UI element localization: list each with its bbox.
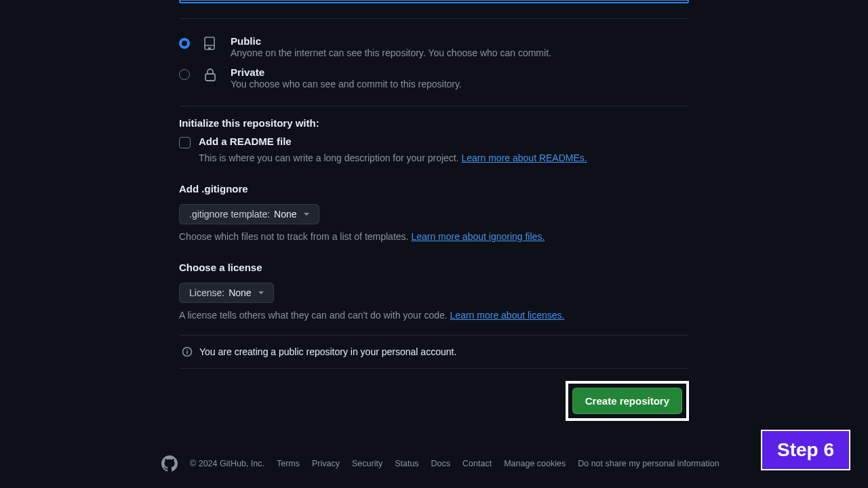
visibility-public-option[interactable]: Public Anyone on the internet can see th… bbox=[179, 31, 689, 62]
visibility-group: Public Anyone on the internet can see th… bbox=[179, 19, 689, 106]
info-banner: You are creating a public repository in … bbox=[179, 335, 689, 369]
step-badge: Step 6 bbox=[761, 430, 850, 470]
readme-checkbox[interactable] bbox=[179, 137, 191, 148]
footer-link-privacy[interactable]: Privacy bbox=[312, 459, 340, 468]
footer-link-security[interactable]: Security bbox=[352, 459, 382, 468]
info-icon bbox=[182, 346, 193, 357]
visibility-private-option[interactable]: Private You choose who can see and commi… bbox=[179, 62, 689, 94]
create-repository-button[interactable]: Create repository bbox=[572, 388, 682, 414]
gitignore-dropdown[interactable]: .gitignore template: None bbox=[179, 204, 319, 224]
readme-learn-link[interactable]: Learn more about READMEs. bbox=[462, 152, 587, 163]
gitignore-desc: Choose which files not to track from a l… bbox=[179, 230, 689, 244]
footer-copyright: © 2024 GitHub, Inc. bbox=[190, 459, 264, 468]
init-heading: Initialize this repository with: bbox=[179, 117, 689, 129]
license-learn-link[interactable]: Learn more about licenses. bbox=[450, 310, 565, 321]
gitignore-heading: Add .gitignore bbox=[179, 183, 689, 195]
gitignore-learn-link[interactable]: Learn more about ignoring files. bbox=[411, 231, 545, 242]
chevron-down-icon bbox=[258, 291, 264, 294]
footer-link-contact[interactable]: Contact bbox=[462, 459, 492, 468]
public-title: Public bbox=[231, 35, 551, 47]
private-desc: You choose who can see and commit to thi… bbox=[231, 79, 462, 89]
repo-name-input-outline[interactable] bbox=[179, 0, 689, 3]
lock-icon bbox=[202, 66, 218, 83]
chevron-down-icon bbox=[304, 213, 309, 216]
divider bbox=[179, 106, 689, 106]
readme-desc: This is where you can write a long descr… bbox=[199, 151, 689, 165]
footer-link-cookies[interactable]: Manage cookies bbox=[504, 459, 566, 468]
footer-link-status[interactable]: Status bbox=[395, 459, 418, 468]
github-logo-icon bbox=[161, 455, 178, 472]
radio-public[interactable] bbox=[179, 38, 190, 49]
footer-link-terms[interactable]: Terms bbox=[277, 459, 300, 468]
footer: © 2024 GitHub, Inc. Terms Privacy Securi… bbox=[0, 455, 868, 472]
readme-label[interactable]: Add a README file bbox=[199, 136, 292, 147]
license-dropdown[interactable]: License: None bbox=[179, 283, 274, 303]
public-desc: Anyone on the internet can see this repo… bbox=[231, 47, 551, 58]
svg-rect-0 bbox=[205, 74, 215, 81]
license-desc: A license tells others what they can and… bbox=[179, 308, 689, 323]
repo-icon bbox=[202, 35, 218, 52]
footer-link-docs[interactable]: Docs bbox=[431, 459, 450, 468]
license-heading: Choose a license bbox=[179, 262, 689, 273]
footer-link-privacy-sell[interactable]: Do not share my personal information bbox=[578, 459, 719, 468]
radio-private[interactable] bbox=[179, 69, 190, 80]
info-text: You are creating a public repository in … bbox=[199, 346, 456, 357]
private-title: Private bbox=[231, 66, 462, 78]
tutorial-highlight: Create repository bbox=[566, 381, 689, 421]
